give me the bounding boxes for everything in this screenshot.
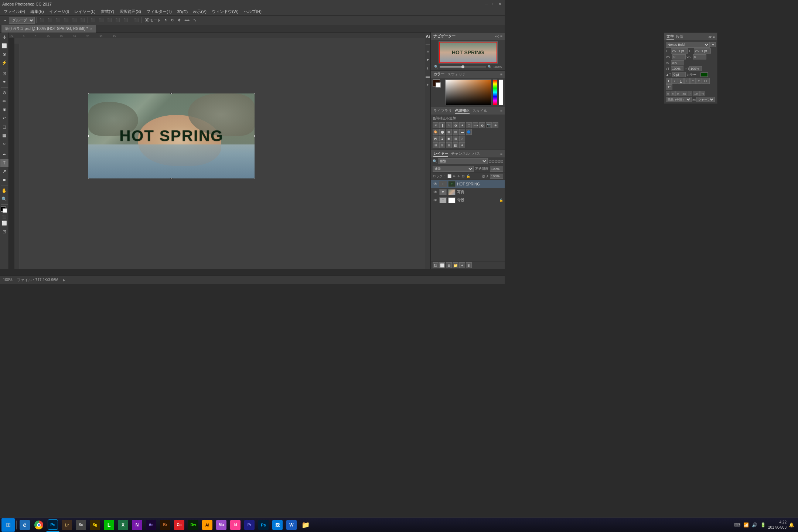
channels-tab[interactable]: チャンネル — [451, 151, 470, 157]
adj-icon-j[interactable]: ⊕ — [459, 142, 465, 148]
color-gradient[interactable] — [445, 79, 491, 105]
align-btn-1[interactable]: ⬛ — [38, 17, 45, 24]
adj-curves[interactable]: ∿ — [446, 122, 452, 128]
adjustment-panel-controls[interactable]: ≡ — [500, 109, 502, 113]
history-brush-tool[interactable]: ↶ — [0, 114, 8, 122]
zoom-slider[interactable] — [440, 66, 486, 68]
dodge-tool[interactable]: ○ — [0, 140, 8, 148]
navigator-menu[interactable]: ≡ — [500, 34, 502, 38]
layer-item-hot-spring[interactable]: 👁 T T HOT SPRING — [431, 180, 505, 188]
roll-btn[interactable]: ⟳ — [170, 17, 175, 24]
styles-icon[interactable]: ✦ — [426, 83, 430, 87]
layer-visibility-hot-spring[interactable]: 👁 — [433, 182, 438, 186]
fill-input[interactable] — [490, 174, 503, 179]
nav-zoom-in[interactable]: 🔍 — [488, 65, 492, 69]
lock-artboard-icon[interactable]: ⊡ — [462, 174, 465, 178]
adj-channel-mixer[interactable]: ⊕ — [492, 122, 498, 128]
adj-exposure[interactable]: ◑ — [453, 122, 458, 128]
layer-new-btn[interactable]: + — [459, 262, 465, 268]
swatches-tab[interactable]: スウォッチ — [447, 72, 466, 77]
adj-icon-c[interactable]: ▣ — [446, 136, 452, 141]
spot-heal-tool[interactable]: ⊙ — [0, 89, 8, 97]
adj-invert[interactable]: ⬤ — [439, 129, 445, 135]
lock-image-icon[interactable]: ✏ — [453, 174, 456, 178]
lock-transparent-icon[interactable]: ⬜ — [447, 174, 451, 178]
layers-tab-active[interactable]: レイヤー — [433, 151, 448, 157]
lock-position-icon[interactable]: ✛ — [457, 174, 460, 178]
rotate-btn[interactable]: ↻ — [163, 17, 169, 24]
adj-icon-f[interactable]: ⊟ — [433, 142, 439, 148]
zoom-tool[interactable]: 🔍 — [0, 195, 8, 203]
menu-item-w[interactable]: ウィンドウ(W) — [209, 8, 241, 15]
layer-item-background[interactable]: 👁 □ 背景 🔒 — [431, 196, 505, 204]
adj-posterize[interactable]: ▦ — [446, 129, 452, 135]
actions-icon[interactable]: ▶ — [426, 58, 430, 61]
gradient-tool[interactable]: ▦ — [0, 131, 8, 139]
clone-stamp-tool[interactable]: ✾ — [0, 106, 8, 114]
paths-tab[interactable]: パス — [473, 151, 480, 157]
move-tool-options[interactable]: ↔ — [1, 17, 8, 24]
brush-tool[interactable]: ✏ — [0, 97, 8, 105]
adj-icon-g[interactable]: ⊡ — [439, 142, 445, 148]
navigator-collapse[interactable]: ≪ — [495, 34, 499, 38]
color-picker-area[interactable] — [445, 79, 491, 105]
path-select-tool[interactable]: ↗ — [0, 167, 8, 175]
menu-item-v[interactable]: 表示(V) — [191, 8, 209, 15]
layer-item-photo[interactable]: 👁 ▼ 写真 — [431, 188, 505, 196]
scale-btn[interactable]: ⤡ — [192, 17, 198, 24]
adjustment-tab-active[interactable]: 色調補正 — [455, 108, 470, 114]
zoom-slider-thumb[interactable] — [461, 65, 464, 68]
distribute-btn-5[interactable]: ⬛ — [122, 17, 129, 24]
blend-mode-select[interactable]: 通常 — [433, 166, 474, 172]
histogram-icon[interactable]: ▐ — [426, 75, 430, 78]
close-btn[interactable]: ✕ — [497, 1, 502, 7]
foreground-color[interactable] — [1, 207, 8, 214]
layer-mask-btn[interactable]: ⬜ — [439, 262, 445, 268]
hand-tool[interactable]: ✋ — [0, 187, 8, 195]
layers-type-filter[interactable]: 種別 — [438, 158, 488, 164]
ai-side-icon[interactable]: Ai — [426, 34, 430, 38]
move-tool[interactable]: ✛ — [0, 33, 8, 41]
crop-tool[interactable]: ⊡ — [0, 69, 8, 78]
document-tab[interactable]: 磨りガラス.psd @ 100% (HOT SPRING, RGB/8) * × — [1, 25, 96, 33]
canvas-document[interactable]: HOT SPRING — [88, 93, 255, 178]
adj-brightness[interactable]: ☀ — [433, 122, 439, 128]
white-strip[interactable] — [499, 79, 503, 105]
drag-btn[interactable]: ✥ — [176, 17, 182, 24]
layer-visibility-background[interactable]: 👁 — [433, 198, 438, 202]
window-controls[interactable]: ─ □ ✕ — [484, 1, 502, 7]
adjustment-panel-menu[interactable]: ≡ — [500, 109, 502, 113]
adj-color-balance[interactable]: ⟺ — [473, 122, 478, 128]
styles-tab[interactable]: スタイル — [473, 108, 487, 114]
layer-adj-btn[interactable]: ⊕ — [446, 262, 452, 268]
adj-icon-a[interactable]: ◩ — [433, 136, 439, 141]
adj-icon-h[interactable]: ⊟ — [446, 142, 452, 148]
filter-icons[interactable]: ⊡⊡⊡⊡⊡ — [488, 159, 503, 163]
menu-item-e[interactable]: 編集(E) — [28, 8, 46, 15]
group-select[interactable]: グループ — [9, 17, 35, 24]
type-tool[interactable]: T — [0, 159, 8, 167]
color-panel-controls[interactable]: ≡ — [500, 72, 502, 76]
menu-item-l[interactable]: レイヤー(L) — [72, 8, 98, 15]
menu-item-i[interactable]: イメージ(I) — [47, 8, 71, 15]
lasso-tool[interactable]: ⊗ — [0, 50, 8, 58]
adj-levels[interactable]: ▐ — [439, 122, 445, 128]
info-icon[interactable]: ℹ — [426, 66, 430, 70]
opacity-input[interactable] — [490, 166, 503, 172]
distribute-btn-2[interactable]: ⬛ — [98, 17, 105, 24]
menu-item-y[interactable]: 書式(Y) — [99, 8, 117, 15]
adj-color-lookup[interactable]: 🎨 — [433, 129, 439, 135]
layers-panel-controls[interactable]: ≡ — [500, 152, 502, 156]
color-panel-menu[interactable]: ≡ — [500, 72, 502, 76]
adj-hsl[interactable]: ⬡ — [466, 122, 472, 128]
layer-delete-btn[interactable]: 🗑 — [466, 262, 472, 268]
adj-vibrance[interactable]: ✦ — [459, 122, 465, 128]
shape-tool[interactable]: ■ — [0, 176, 8, 184]
distribute-btn-1[interactable]: ⬛ — [89, 17, 97, 24]
arrange-btn[interactable]: ⬛ — [133, 17, 140, 24]
layer-group-btn[interactable]: 📁 — [453, 262, 458, 268]
adj-icon-b[interactable]: ◪ — [439, 136, 445, 141]
align-btn-2[interactable]: ⬛ — [46, 17, 54, 24]
align-btn-6[interactable]: ⬛ — [79, 17, 86, 24]
pen-tool[interactable]: ✒ — [0, 150, 8, 158]
